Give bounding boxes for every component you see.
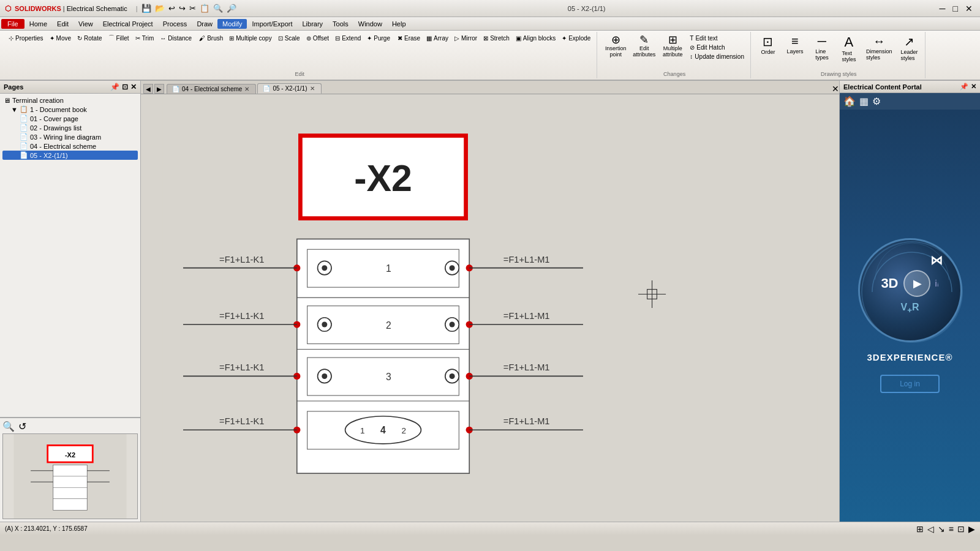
btn-insertion-point[interactable]: ⊕ Insertionpoint xyxy=(602,33,629,61)
canvas-close-btn[interactable]: ✕ xyxy=(832,84,839,94)
btn-properties[interactable]: ⊹ Properties xyxy=(6,33,46,43)
btn-multiple-copy[interactable]: ⊞ Multiple copy xyxy=(227,33,274,43)
nav-next-btn[interactable]: ▶ xyxy=(154,84,164,94)
toolbar-icon-1[interactable]: 💾 xyxy=(141,4,151,13)
menu-window[interactable]: Window xyxy=(353,19,387,29)
ribbon-group-changes: ⊕ Insertionpoint ✎ Editattributes ⊞ Mult… xyxy=(598,32,751,78)
menu-home[interactable]: Home xyxy=(24,19,52,29)
status-lines-icon[interactable]: ≡ xyxy=(949,524,954,534)
menu-draw[interactable]: Draw xyxy=(192,19,217,29)
tab-close-1[interactable]: ✕ xyxy=(244,86,249,92)
nav-prev-btn[interactable]: ◀ xyxy=(143,84,153,94)
status-back-icon[interactable]: ◁ xyxy=(927,524,934,534)
btn-order[interactable]: ⊡ Order xyxy=(756,33,780,64)
menu-modify[interactable]: Modify xyxy=(217,19,247,29)
menu-view[interactable]: View xyxy=(74,19,98,29)
canvas[interactable]: -X2 1 xyxy=(141,94,839,522)
btn-move[interactable]: ✦ Move xyxy=(47,33,74,43)
portal-close-icon[interactable]: ✕ xyxy=(971,83,976,91)
tree-book[interactable]: ▼ 📋 1 - Document book xyxy=(2,105,138,114)
login-btn[interactable]: Log in xyxy=(880,375,940,393)
status-grid-icon[interactable]: ⊞ xyxy=(916,524,924,534)
svg-text:-X2: -X2 xyxy=(354,157,412,199)
title-left: ⬡ SOLIDWORKS | Electrical Schematic | 💾 … xyxy=(5,4,236,13)
portal-settings-icon[interactable]: ⚙ xyxy=(872,96,881,107)
tree-page-04[interactable]: 📄 04 - Electrical scheme xyxy=(2,141,138,151)
minimize-btn[interactable]: ─ xyxy=(937,4,948,13)
btn-trim[interactable]: ✂ Trim xyxy=(133,33,157,43)
panel-close-icon[interactable]: ✕ xyxy=(130,83,137,91)
thumbnail-search-icon[interactable]: 🔍 xyxy=(2,421,15,432)
menu-import-export[interactable]: Import/Export xyxy=(247,19,297,29)
btn-distance[interactable]: ↔ Distance xyxy=(157,33,194,43)
edit-group-label: Edit xyxy=(6,70,593,77)
status-play-icon[interactable]: ▶ xyxy=(968,524,975,534)
btn-edit-attributes[interactable]: ✎ Editattributes xyxy=(630,33,658,61)
panel-expand-icon[interactable]: ⊡ xyxy=(122,83,128,91)
portal-header-controls[interactable]: 📌 ✕ xyxy=(960,83,976,91)
toolbar-icon-2[interactable]: 📂 xyxy=(155,4,165,13)
btn-update-dimension[interactable]: ↕ Update dimension xyxy=(687,53,747,61)
menu-electrical-project[interactable]: Electrical Project xyxy=(98,19,158,29)
btn-brush[interactable]: 🖌 Brush xyxy=(197,33,225,43)
btn-erase[interactable]: ✖ Erase xyxy=(395,33,423,43)
tree-page-05[interactable]: 📄 05 - X2-(1/1) xyxy=(2,151,138,160)
thumbnail-refresh-icon[interactable]: ↺ xyxy=(18,421,26,432)
tree-page-03[interactable]: 📄 03 - Wiring line diagram xyxy=(2,132,138,141)
btn-multiple-attribute[interactable]: ⊞ Multipleattribute xyxy=(659,33,686,61)
window-controls[interactable]: ─ □ ✕ xyxy=(937,4,975,13)
tab-x2[interactable]: 📄 05 - X2-(1/1) ✕ xyxy=(257,83,321,94)
btn-leader-styles[interactable]: ↗ Leaderstyles xyxy=(897,33,921,64)
toolbar-icon-8[interactable]: 🔎 xyxy=(227,4,236,13)
btn-edit-hatch[interactable]: ⊘ Edit Hatch xyxy=(687,43,747,51)
btn-line-types[interactable]: ─ Linetypes xyxy=(810,33,834,64)
tree-page-02[interactable]: 📄 02 - Drawings list xyxy=(2,123,138,132)
menu-library[interactable]: Library xyxy=(297,19,328,29)
panel-pin-icon[interactable]: 📌 xyxy=(110,83,119,91)
tab-icon-2: 📄 xyxy=(263,85,270,92)
btn-text-styles[interactable]: A Textstyles xyxy=(837,33,861,64)
portal-play-btn[interactable] xyxy=(903,270,930,297)
btn-purge[interactable]: ✦ Purge xyxy=(364,33,393,43)
tab-close-2[interactable]: ✕ xyxy=(310,85,315,92)
status-view-icon[interactable]: ⊡ xyxy=(957,524,965,534)
toolbar-icon-7[interactable]: 🔍 xyxy=(213,4,223,13)
btn-fillet[interactable]: ⌒ Fillet xyxy=(106,33,132,43)
btn-align-blocks[interactable]: ▣ Align blocks xyxy=(513,33,558,43)
svg-text:-X2: -X2 xyxy=(65,451,75,459)
menu-edit[interactable]: Edit xyxy=(52,19,74,29)
toolbar-icon-5[interactable]: ✂ xyxy=(189,4,196,13)
portal-grid-icon[interactable]: ▦ xyxy=(859,96,869,107)
toolbar-icon-3[interactable]: ↩ xyxy=(168,4,175,13)
menu-file[interactable]: File xyxy=(1,19,24,29)
menu-tools[interactable]: Tools xyxy=(328,19,353,29)
portal-home-icon[interactable]: 🏠 xyxy=(843,96,856,107)
btn-mirror[interactable]: ▷ Mirror xyxy=(452,33,480,43)
menu-process[interactable]: Process xyxy=(158,19,192,29)
btn-dimension-styles[interactable]: ↔ Dimensionstyles xyxy=(864,33,895,64)
btn-offset[interactable]: ⊚ Offset xyxy=(304,33,332,43)
status-cursor-icon[interactable]: ↘ xyxy=(938,524,945,534)
btn-explode[interactable]: ✦ Explode xyxy=(559,33,593,43)
tree-root[interactable]: 🖥 Terminal creation xyxy=(2,96,138,105)
toolbar-icon-4[interactable]: ↪ xyxy=(179,4,186,13)
btn-extend[interactable]: ⊟ Extend xyxy=(333,33,363,43)
btn-scale[interactable]: ⊡ Scale xyxy=(276,33,303,43)
btn-rotate[interactable]: ↻ Rotate xyxy=(75,33,104,43)
toolbar-icon-6[interactable]: 📋 xyxy=(200,4,209,13)
experience-label: 3DEXPERIENCE® xyxy=(867,352,953,362)
btn-layers[interactable]: ≡ Layers xyxy=(783,33,807,64)
tree-book-icon: 📋 xyxy=(20,105,28,113)
close-btn[interactable]: ✕ xyxy=(963,4,975,13)
canvas-area[interactable]: -X2 1 xyxy=(141,94,839,522)
menu-help[interactable]: Help xyxy=(387,19,411,29)
btn-stretch[interactable]: ⊠ Stretch xyxy=(481,33,512,43)
align-blocks-icon: ▣ xyxy=(516,35,521,42)
panel-header-controls[interactable]: 📌 ⊡ ✕ xyxy=(110,83,137,91)
btn-edit-text[interactable]: T Edit text xyxy=(687,34,747,42)
btn-array[interactable]: ▦ Array xyxy=(424,33,451,43)
maximize-btn[interactable]: □ xyxy=(951,4,960,13)
portal-pin-icon[interactable]: 📌 xyxy=(960,83,968,91)
tab-electrical-scheme[interactable]: 📄 04 - Electrical scheme ✕ xyxy=(167,84,256,94)
tree-page-01[interactable]: 📄 01 - Cover page xyxy=(2,114,138,123)
